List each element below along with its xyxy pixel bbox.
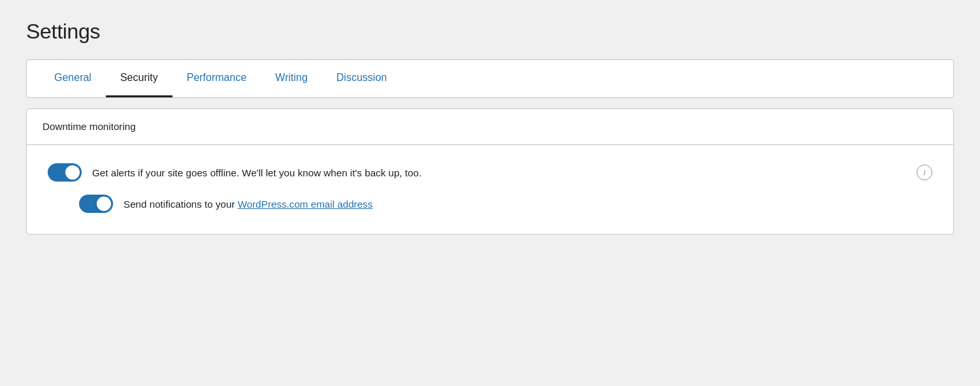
- section-title: Downtime monitoring: [42, 121, 136, 132]
- tab-security[interactable]: Security: [106, 60, 172, 97]
- toggle-notifications[interactable]: [79, 195, 113, 213]
- tab-discussion[interactable]: Discussion: [322, 60, 401, 97]
- wordpress-email-link[interactable]: WordPress.com email address: [238, 199, 373, 210]
- content-section: Downtime monitoring Get alerts if your s…: [26, 108, 954, 234]
- section-body: Get alerts if your site goes offline. We…: [27, 145, 953, 234]
- page-title: Settings: [26, 20, 954, 44]
- section-header: Downtime monitoring: [27, 109, 953, 145]
- toggle-alerts-label: Get alerts if your site goes offline. We…: [92, 167, 906, 178]
- tab-writing[interactable]: Writing: [261, 60, 322, 97]
- toggle-notifications-label: Send notifications to your WordPress.com…: [123, 199, 932, 210]
- tab-performance[interactable]: Performance: [172, 60, 261, 97]
- toggle-row-alerts: Get alerts if your site goes offline. We…: [48, 163, 932, 182]
- tabs-container: General Security Performance Writing Dis…: [26, 59, 954, 98]
- toggle-notifications-slider: [79, 195, 113, 213]
- toggle-notifications-prefix: Send notifications to your: [123, 199, 238, 210]
- toggle-alerts-slider: [48, 163, 82, 182]
- toggle-alerts[interactable]: [48, 163, 82, 182]
- info-icon[interactable]: i: [917, 165, 932, 180]
- toggle-row-notifications: Send notifications to your WordPress.com…: [48, 195, 932, 213]
- tabs-nav: General Security Performance Writing Dis…: [27, 60, 953, 97]
- tab-general[interactable]: General: [40, 60, 106, 97]
